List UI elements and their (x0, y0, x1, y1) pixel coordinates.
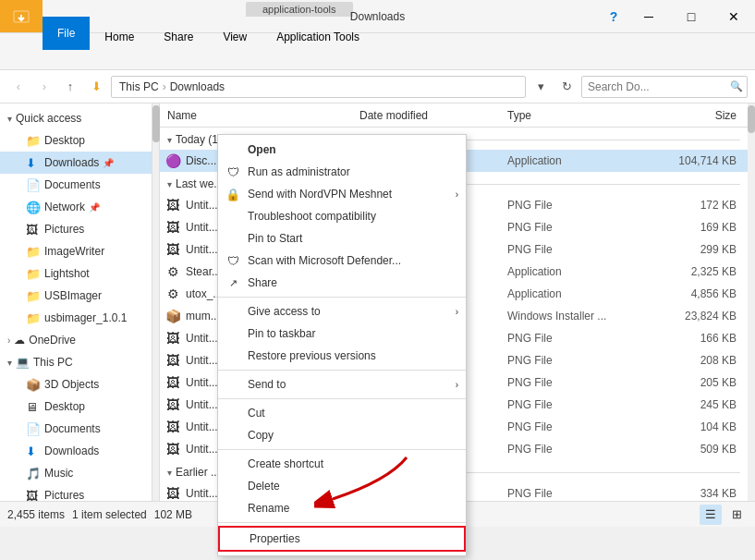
ctx-rename[interactable]: Rename (218, 497, 466, 519)
title-bar: application-tools File Home Share View A… (0, 0, 755, 33)
forward-button[interactable]: › (33, 76, 55, 98)
file-type: PNG File (504, 332, 651, 345)
folder-icon: 📁 (26, 134, 41, 148)
sidebar-item-imagewriter[interactable]: 📁 ImageWriter (0, 240, 152, 262)
close-button[interactable]: ✕ (712, 0, 755, 33)
file-area-scrollbar[interactable] (748, 103, 755, 501)
sidebar-item-usbimager2[interactable]: 📁 usbimager_1.0.1 (0, 307, 152, 329)
installer-icon: 📦 (164, 309, 182, 323)
ctx-create-shortcut[interactable]: Create shortcut (218, 453, 466, 475)
sidebar-section-onedrive[interactable]: › ☁ OneDrive (0, 329, 152, 351)
sidebar-item-music[interactable]: 🎵 Music (0, 462, 152, 484)
sidebar-item-pictures-pc[interactable]: 🖼 Pictures (0, 484, 152, 501)
help-button[interactable]: ? (600, 0, 627, 33)
search-input[interactable] (588, 80, 726, 93)
sidebar-item-usbimager[interactable]: 📁 USBImager (0, 285, 152, 307)
ctx-scan-defender[interactable]: 🛡 Scan with Microsoft Defender... (218, 250, 466, 272)
image-icon: 🖼 (164, 353, 182, 368)
sidebar-item-label: Downloads (44, 444, 99, 457)
sidebar-section-this-pc[interactable]: ▾ 💻 This PC (0, 351, 152, 373)
col-size-header[interactable]: Size (651, 109, 744, 122)
address-path[interactable]: This PC › Downloads (111, 76, 526, 98)
tab-file[interactable]: File (43, 17, 90, 50)
share-icon: ↗ (225, 277, 240, 289)
file-size: 169 KB (651, 221, 744, 234)
col-name-header[interactable]: Name (164, 109, 356, 122)
ctx-run-as-admin[interactable]: 🛡 Run as administrator (218, 161, 466, 183)
large-icons-button[interactable]: ⊞ (725, 505, 748, 525)
ctx-send-to[interactable]: Send to › (218, 373, 466, 396)
ctx-item-label: Open (248, 143, 276, 156)
ctx-share[interactable]: ↗ Share (218, 272, 466, 294)
ctx-separator-4 (218, 449, 466, 450)
sidebar-item-lightshot[interactable]: 📁 Lightshot (0, 262, 152, 285)
sidebar-item-desktop[interactable]: 📁 Desktop (0, 129, 152, 152)
sidebar-section-quick-access[interactable]: ▾ Quick access (0, 107, 152, 129)
sidebar-item-documents-pc[interactable]: 📄 Documents (0, 418, 152, 440)
sidebar-item-label: usbimager_1.0.1 (44, 311, 127, 324)
file-scrollbar-thumb[interactable] (748, 105, 755, 133)
ctx-restore-versions[interactable]: Restore previous versions (218, 345, 466, 367)
sidebar-item-pictures[interactable]: 🖼 Pictures (0, 218, 152, 240)
ctx-send-nordvpn[interactable]: 🔒 Send with NordVPN Meshnet › (218, 183, 466, 205)
app-icon: ⚙ (164, 286, 182, 301)
shield-icon: 🛡 (225, 165, 240, 179)
manage-tab-label[interactable]: application-tools (246, 2, 353, 17)
ctx-properties[interactable]: Properties (218, 526, 466, 552)
ctx-give-access[interactable]: Give access to › (218, 300, 466, 323)
folder-icon: 📁 (26, 311, 41, 325)
sidebar-item-network[interactable]: 🌐 Network 📌 (0, 196, 152, 218)
detail-view-button[interactable]: ☰ (700, 505, 722, 525)
tab-application-tools[interactable]: Application Tools (262, 24, 374, 50)
group-label: Last we... (176, 177, 223, 190)
col-date-header[interactable]: Date modified (356, 109, 504, 122)
context-menu: Open 🛡 Run as administrator 🔒 Send with … (217, 134, 467, 556)
dropdown-btn[interactable]: ▾ (530, 76, 552, 98)
ctx-separator-5 (218, 522, 466, 523)
path-this-pc[interactable]: This PC (119, 80, 159, 93)
image-icon: 🖼 (164, 486, 182, 501)
sidebar-item-downloads[interactable]: ⬇ Downloads 📌 (0, 152, 152, 174)
ctx-separator-3 (218, 398, 466, 399)
file-size: 23,824 KB (651, 310, 744, 323)
sidebar-item-3d-objects[interactable]: 📦 3D Objects (0, 373, 152, 396)
tab-home[interactable]: Home (90, 24, 149, 50)
tab-share[interactable]: Share (149, 24, 208, 50)
folder-icon: 📁 (26, 267, 41, 281)
sidebar-item-downloads-pc[interactable]: ⬇ Downloads (0, 440, 152, 462)
sidebar-item-desktop-pc[interactable]: 🖥 Desktop (0, 396, 152, 418)
tab-view[interactable]: View (208, 24, 262, 50)
scrollbar-thumb[interactable] (152, 105, 160, 142)
refresh-button[interactable]: ↻ (555, 76, 578, 98)
group-label: Today (1) (176, 133, 222, 146)
ctx-item-label: Share (248, 276, 277, 289)
ctx-pin-start[interactable]: Pin to Start (218, 227, 466, 250)
pin-icon: 📌 (89, 202, 100, 213)
back-button[interactable]: ‹ (7, 76, 30, 98)
up-button[interactable]: ↑ (59, 76, 81, 98)
sidebar-scrollbar[interactable] (152, 103, 160, 501)
sidebar-item-label: Documents (44, 178, 101, 191)
documents-icon: 📄 (26, 178, 41, 192)
file-size: 172 KB (651, 199, 744, 212)
ctx-troubleshoot[interactable]: Troubleshoot compatibility (218, 205, 466, 227)
maximize-button[interactable]: □ (670, 0, 712, 33)
chevron-down-icon: ▾ (7, 114, 12, 124)
ctx-delete[interactable]: Delete (218, 475, 466, 497)
file-type: PNG File (504, 199, 651, 212)
col-type-header[interactable]: Type (504, 109, 651, 122)
image-icon: 🖼 (164, 220, 182, 235)
minimize-button[interactable]: ─ (627, 0, 670, 33)
sidebar-item-documents[interactable]: 📄 Documents (0, 174, 152, 196)
ctx-cut[interactable]: Cut (218, 402, 466, 424)
ctx-pin-taskbar[interactable]: Pin to taskbar (218, 323, 466, 345)
search-box[interactable]: 🔍 (581, 76, 748, 98)
ctx-separator-1 (218, 297, 466, 298)
ctx-copy[interactable]: Copy (218, 424, 466, 446)
sidebar-item-label: Music (44, 467, 73, 480)
ctx-open[interactable]: Open (218, 139, 466, 161)
pictures-icon: 🖼 (26, 489, 41, 502)
path-downloads[interactable]: Downloads (170, 80, 225, 93)
download-icon: ⬇ (26, 444, 41, 458)
image-icon: 🖼 (164, 242, 182, 257)
